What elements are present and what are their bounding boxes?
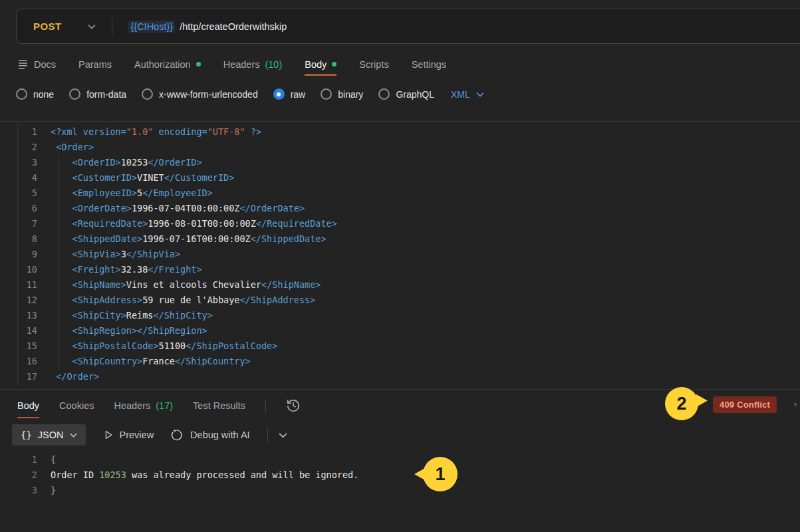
tab-params[interactable]: Params — [78, 59, 112, 70]
line-number: 5 — [0, 186, 37, 201]
code-content: <EmployeeID>5</EmployeeID> — [51, 186, 213, 201]
response-tab-headers[interactable]: Headers(17) — [114, 400, 173, 411]
radio-icon[interactable] — [378, 88, 390, 100]
mode-label: x-www-form-urlencoded — [159, 89, 258, 100]
tab-body[interactable]: Body — [305, 59, 336, 70]
code-content: <Freight>32.38</Freight> — [51, 262, 202, 277]
play-icon — [103, 430, 114, 440]
annotation-1: 1 — [423, 457, 458, 491]
tab-label: Scripts — [359, 59, 388, 70]
url-input[interactable]: {{CIHost}} /http/createOrderwithskip — [128, 21, 287, 33]
code-content: <ShipPostalCode>51100</ShipPostalCode> — [51, 338, 277, 354]
line-number: 2 — [0, 140, 37, 155]
radio-icon[interactable] — [69, 88, 80, 100]
code-line: 16 <ShipCountry>France</ShipCountry> — [0, 354, 800, 369]
mode-label: binary — [338, 89, 363, 100]
line-number: 3 — [0, 483, 37, 498]
divider — [267, 428, 268, 442]
indent-guide — [59, 156, 59, 370]
tab-label: Body — [305, 59, 327, 70]
radio-icon[interactable] — [321, 88, 332, 100]
code-line: 6 <OrderDate>1996-07-04T00:00:00Z</Order… — [0, 201, 800, 216]
tab-headers[interactable]: Headers(10) — [223, 59, 283, 70]
line-number: 1 — [0, 452, 37, 467]
code-content: </Order> — [51, 369, 99, 384]
mode-label: form-data — [86, 89, 126, 100]
body-mode-selector: noneform-datax-www-form-urlencodedrawbin… — [16, 88, 484, 100]
chevron-down-icon — [88, 24, 96, 29]
code-content: <ShipRegion></ShipRegion> — [51, 323, 207, 338]
response-tab-cookies[interactable]: Cookies — [59, 400, 94, 411]
code-line: 4 <CustomerID>VINET</CustomerID> — [0, 170, 800, 186]
code-line: 17 </Order> — [0, 369, 800, 384]
divider — [265, 399, 266, 412]
code-content: <ShipCountry>France</ShipCountry> — [51, 354, 251, 369]
response-tabs: BodyCookiesHeaders(17)Test Results — [17, 398, 301, 413]
radio-icon[interactable] — [142, 88, 153, 100]
code-line: 10 <Freight>32.38</Freight> — [0, 262, 800, 277]
tab-settings[interactable]: Settings — [412, 59, 446, 70]
line-number: 16 — [0, 354, 37, 369]
language-label: XML — [451, 89, 470, 100]
tab-authorization[interactable]: Authorization — [134, 59, 201, 70]
response-tab-body[interactable]: Body — [17, 400, 39, 411]
tab-label: Test Results — [193, 400, 245, 411]
tab-label: Docs — [34, 59, 56, 70]
request-tabs: DocsParamsAuthorizationHeaders(10)BodySc… — [17, 59, 446, 70]
code-content: <?xml version="1.0" encoding="UTF-8" ?> — [51, 124, 261, 140]
body-mode-radios: noneform-datax-www-form-urlencodedrawbin… — [16, 88, 434, 100]
tab-docs[interactable]: Docs — [17, 59, 56, 70]
code-line: 3} — [0, 483, 358, 498]
language-dropdown[interactable]: XML — [451, 89, 484, 100]
code-line: 1<?xml version="1.0" encoding="UTF-8" ?> — [0, 124, 800, 140]
line-number: 1 — [0, 124, 37, 140]
chevron-down-icon — [476, 92, 484, 97]
tab-count: (17) — [156, 400, 173, 411]
chevron-down-icon — [70, 433, 77, 438]
code-content: <ShipAddress>59 rue de l'Abbaye</ShipAdd… — [51, 293, 315, 308]
tab-scripts[interactable]: Scripts — [359, 59, 388, 70]
format-dropdown[interactable]: {} JSON — [12, 424, 86, 446]
radio-icon[interactable] — [16, 88, 27, 100]
status-badge: 409 Conflict — [713, 396, 777, 413]
response-body-viewer[interactable]: 1{2Order ID 10253 was already processed … — [0, 452, 358, 498]
green-dot-icon — [332, 62, 336, 66]
code-line: 2 <Order> — [0, 140, 800, 155]
history-icon[interactable] — [286, 398, 301, 413]
body-mode-none[interactable]: none — [16, 88, 54, 100]
mode-label: none — [33, 89, 54, 100]
line-number: 7 — [0, 216, 37, 231]
docs-icon — [17, 59, 29, 70]
debug-with-ai-button[interactable]: Debug with AI — [171, 428, 249, 442]
line-number: 12 — [0, 293, 37, 308]
response-tab-test-results[interactable]: Test Results — [193, 400, 245, 411]
tab-count: (10) — [265, 59, 282, 70]
body-mode-form-data[interactable]: form-data — [69, 88, 126, 100]
format-label: JSON — [38, 430, 64, 440]
body-mode-binary[interactable]: binary — [321, 88, 363, 100]
code-content: { — [51, 452, 56, 467]
code-line: 8 <ShippedDate>1996-07-16T00:00:00Z</Shi… — [0, 231, 800, 247]
request-url-bar: POST {{CIHost}} /http/createOrderwithski… — [16, 9, 800, 44]
chevron-down-icon[interactable] — [279, 432, 287, 438]
code-line: 3 <OrderID>10253</OrderID> — [0, 155, 800, 170]
editor-gutter-border — [17, 122, 18, 385]
body-mode-raw[interactable]: raw — [273, 88, 306, 100]
code-line: 2Order ID 10253 was already processed an… — [0, 467, 358, 483]
debug-label: Debug with AI — [190, 430, 249, 440]
body-mode-graphql[interactable]: GraphQL — [378, 88, 434, 100]
method-dropdown[interactable]: POST — [17, 21, 96, 32]
mode-label: GraphQL — [396, 89, 434, 100]
radio-selected-icon[interactable] — [273, 88, 285, 100]
preview-button[interactable]: Preview — [103, 430, 154, 440]
code-content: <ShippedDate>1996-07-16T00:00:00Z</Shipp… — [51, 231, 327, 247]
code-line: 14 <ShipRegion></ShipRegion> — [0, 323, 800, 338]
curly-braces-icon: {} — [21, 430, 32, 440]
url-variable: {{CIHost}} — [128, 21, 175, 33]
line-number: 13 — [0, 308, 37, 323]
body-mode-x-www-form-urlencoded[interactable]: x-www-form-urlencoded — [142, 88, 258, 100]
code-content: <RequiredDate>1996-08-01T00:00:00Z</Requ… — [51, 216, 337, 231]
request-body-editor[interactable]: 1<?xml version="1.0" encoding="UTF-8" ?>… — [0, 121, 800, 389]
green-dot-icon — [196, 62, 201, 66]
code-content: } — [51, 483, 56, 498]
